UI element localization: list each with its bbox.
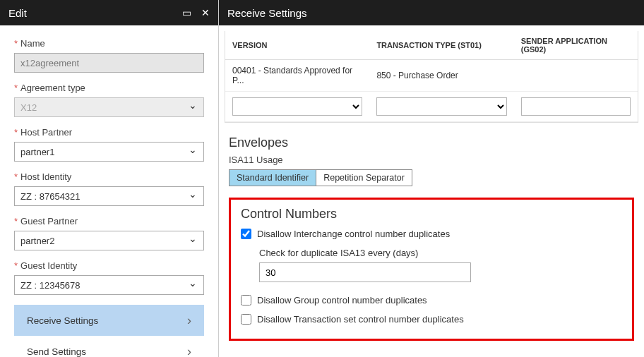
disallow-interchange-label: Disallow Interchange control number dupl… bbox=[257, 229, 450, 239]
maximize-icon[interactable]: ▭ bbox=[182, 7, 191, 18]
cell-transaction-type: 850 - Purchase Order bbox=[369, 60, 513, 92]
host-partner-select[interactable]: partner1 bbox=[14, 142, 204, 162]
cell-sender-application bbox=[514, 60, 638, 92]
host-identity-label: *Host Identity bbox=[14, 171, 204, 182]
disallow-interchange-checkbox[interactable] bbox=[241, 229, 251, 239]
isa11-usage-toggle: Standard Identifier Repetition Separator bbox=[229, 169, 638, 186]
agreement-type-select[interactable]: X12 bbox=[14, 97, 204, 117]
toggle-standard-identifier[interactable]: Standard Identifier bbox=[229, 169, 316, 186]
schema-table: VERSION TRANSACTION TYPE (ST01) SENDER A… bbox=[225, 31, 638, 123]
nav-receive-settings[interactable]: Receive Settings › bbox=[14, 305, 204, 336]
receive-settings-title: Receive Settings bbox=[227, 7, 307, 19]
disallow-group-checkbox[interactable] bbox=[241, 295, 251, 305]
nav-send-settings[interactable]: Send Settings › bbox=[14, 336, 204, 357]
guest-partner-label: *Guest Partner bbox=[14, 216, 204, 226]
envelopes-title: Envelopes bbox=[229, 135, 638, 150]
host-identity-select[interactable]: ZZ : 87654321 bbox=[14, 186, 204, 206]
table-row: 00401 - Standards Approved for P... 850 … bbox=[225, 60, 638, 92]
col-version: VERSION bbox=[225, 31, 369, 60]
name-label: *Name bbox=[14, 38, 204, 49]
receive-settings-header: Receive Settings bbox=[219, 0, 644, 25]
table-row-new bbox=[225, 92, 638, 122]
edit-form: *Name *Agreement type X12 *Host Partner … bbox=[0, 25, 218, 357]
cell-version: 00401 - Standards Approved for P... bbox=[225, 60, 369, 92]
disallow-transaction-label: Disallow Transaction set control number … bbox=[257, 314, 464, 325]
nav-receive-label: Receive Settings bbox=[27, 315, 98, 326]
toggle-repetition-separator[interactable]: Repetition Separator bbox=[316, 169, 412, 186]
guest-identity-select[interactable]: ZZ : 12345678 bbox=[14, 275, 204, 295]
edit-panel-header: Edit ▭ ✕ bbox=[0, 0, 218, 25]
host-partner-label: *Host Partner bbox=[14, 127, 204, 138]
receive-settings-panel: Receive Settings VERSION TRANSACTION TYP… bbox=[219, 0, 644, 357]
control-numbers-section: Control Numbers Disallow Interchange con… bbox=[229, 198, 634, 341]
version-select[interactable] bbox=[232, 97, 362, 116]
col-transaction-type: TRANSACTION TYPE (ST01) bbox=[369, 31, 513, 60]
control-numbers-title: Control Numbers bbox=[241, 207, 622, 222]
isa13-sub-block: Check for duplicate ISA13 every (days) bbox=[259, 248, 622, 282]
chevron-right-icon: › bbox=[187, 344, 191, 357]
envelopes-section: Envelopes ISA11 Usage Standard Identifie… bbox=[225, 135, 638, 186]
transaction-type-select[interactable] bbox=[376, 97, 506, 116]
disallow-group-label: Disallow Group control number duplicates bbox=[257, 295, 427, 305]
isa11-usage-label: ISA11 Usage bbox=[229, 155, 638, 165]
sender-application-input[interactable] bbox=[521, 97, 631, 116]
col-sender-application: SENDER APPLICATION (GS02) bbox=[514, 31, 638, 60]
guest-identity-label: *Guest Identity bbox=[14, 260, 204, 271]
name-input[interactable] bbox=[14, 53, 204, 73]
agreement-type-label: *Agreement type bbox=[14, 83, 204, 93]
edit-panel-title: Edit bbox=[8, 7, 27, 19]
guest-partner-select[interactable]: partner2 bbox=[14, 231, 204, 250]
nav-send-label: Send Settings bbox=[27, 346, 86, 357]
isa13-days-input[interactable] bbox=[259, 262, 471, 282]
isa13-days-label: Check for duplicate ISA13 every (days) bbox=[259, 248, 622, 258]
disallow-transaction-checkbox[interactable] bbox=[241, 314, 251, 325]
chevron-right-icon: › bbox=[187, 313, 191, 328]
edit-panel: Edit ▭ ✕ *Name *Agreement type X12 *Host… bbox=[0, 0, 219, 357]
close-icon[interactable]: ✕ bbox=[201, 7, 210, 18]
